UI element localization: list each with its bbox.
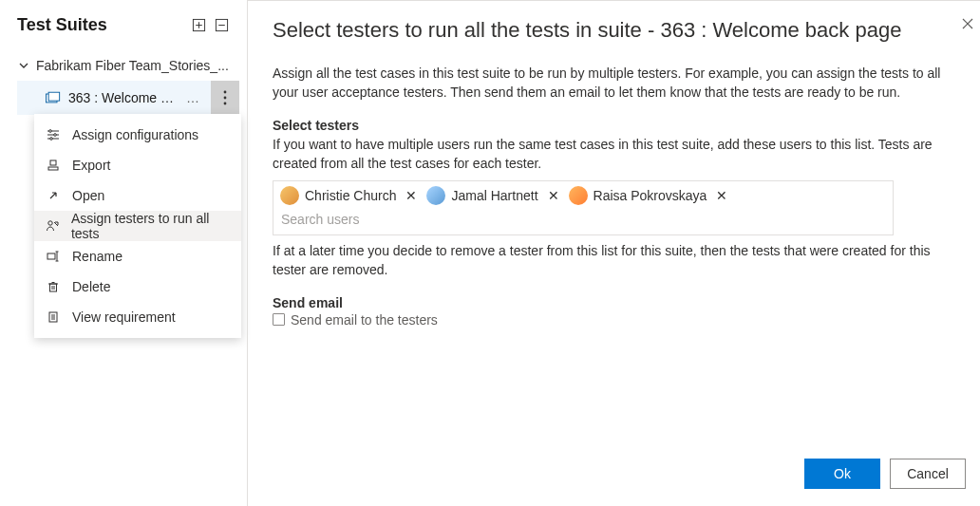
- chevron-down-icon: [17, 60, 30, 71]
- document-icon: [46, 310, 61, 324]
- minus-box-icon: [215, 18, 229, 32]
- avatar: [426, 186, 445, 205]
- avatar: [569, 186, 588, 205]
- cm-open[interactable]: Open: [34, 180, 241, 211]
- open-icon: [46, 189, 61, 202]
- tester-name: Jamal Hartnett: [451, 188, 537, 203]
- cm-label: Rename: [72, 249, 122, 264]
- removal-hint: If at a later time you decide to remove …: [273, 241, 966, 280]
- cm-delete[interactable]: Delete: [34, 272, 241, 302]
- cm-export[interactable]: Export: [34, 150, 241, 180]
- suites-header: Test Suites: [17, 15, 239, 35]
- dialog-intro: Assign all the test cases in this test s…: [273, 64, 966, 103]
- cancel-button[interactable]: Cancel: [890, 459, 966, 489]
- suite-context-menu: Assign configurations Export Open Assign…: [34, 114, 241, 338]
- dialog-footer: Ok Cancel: [273, 459, 966, 489]
- tester-name: Raisa Pokrovskaya: [594, 188, 707, 203]
- more-options-button[interactable]: [211, 81, 239, 115]
- tester-selector[interactable]: Christie Church ✕ Jamal Hartnett ✕ Raisa…: [273, 180, 894, 235]
- remove-tester-button[interactable]: ✕: [712, 188, 731, 203]
- svg-point-8: [224, 97, 227, 100]
- cm-label: Assign testers to run all tests: [71, 211, 230, 241]
- cm-rename[interactable]: Rename: [34, 241, 241, 272]
- test-suites-pane: Test Suites Fabrikam Fiber Team_Stories_…: [0, 0, 247, 506]
- close-icon: [961, 17, 974, 30]
- suites-title: Test Suites: [17, 15, 184, 35]
- select-testers-heading: Select testers: [273, 118, 966, 133]
- remove-tester-button[interactable]: ✕: [402, 188, 421, 203]
- cm-label: Export: [72, 158, 110, 173]
- svg-point-7: [224, 91, 227, 94]
- cm-label: Delete: [72, 279, 110, 294]
- svg-rect-17: [50, 160, 56, 165]
- cm-assign-configurations[interactable]: Assign configurations: [34, 120, 241, 150]
- cm-label: Assign configurations: [72, 127, 198, 142]
- add-suite-button[interactable]: [190, 17, 207, 34]
- sliders-icon: [46, 128, 61, 141]
- assign-testers-dialog: Select testers to run all the tests in s…: [247, 0, 980, 506]
- trash-icon: [46, 280, 61, 293]
- tester-name: Christie Church: [305, 188, 396, 203]
- checkbox-icon: [273, 313, 285, 326]
- svg-rect-16: [48, 167, 58, 170]
- svg-rect-6: [48, 92, 60, 101]
- svg-point-9: [224, 103, 227, 105]
- dialog-title: Select testers to run all the tests in s…: [273, 18, 966, 43]
- tree-child-label: 363 : Welcome back...: [68, 90, 175, 105]
- cm-label: Open: [72, 188, 104, 203]
- tester-chip: Raisa Pokrovskaya ✕: [568, 185, 733, 206]
- search-users-input[interactable]: [279, 206, 887, 229]
- ok-button[interactable]: Ok: [804, 459, 880, 489]
- select-testers-hint: If you want to have multiple users run t…: [273, 135, 966, 174]
- tree-child-selected[interactable]: 363 : Welcome back... …: [17, 81, 239, 115]
- assign-testers-icon: [46, 219, 60, 233]
- plus-box-icon: [192, 18, 206, 32]
- overflow-indicator: …: [182, 90, 203, 105]
- kebab-icon: [223, 90, 227, 105]
- export-icon: [46, 159, 61, 172]
- remove-tester-button[interactable]: ✕: [544, 188, 563, 203]
- svg-point-15: [50, 138, 53, 141]
- send-email-heading: Send email: [273, 295, 966, 310]
- cm-assign-testers[interactable]: Assign testers to run all tests: [34, 211, 241, 241]
- tester-chip: Jamal Hartnett ✕: [425, 185, 563, 206]
- svg-rect-23: [50, 284, 57, 291]
- svg-point-13: [49, 130, 52, 133]
- close-button[interactable]: [958, 14, 977, 33]
- send-email-checkbox-row[interactable]: Send email to the testers: [273, 312, 966, 328]
- tree-root-label: Fabrikam Fiber Team_Stories_...: [36, 58, 229, 73]
- svg-point-14: [54, 134, 57, 137]
- svg-point-18: [48, 221, 52, 225]
- avatar: [280, 186, 299, 205]
- tester-chips: Christie Church ✕ Jamal Hartnett ✕ Raisa…: [279, 185, 887, 206]
- rename-icon: [46, 250, 61, 263]
- suite-icon: [46, 91, 61, 104]
- svg-rect-19: [47, 253, 55, 259]
- cm-view-requirement[interactable]: View requirement: [34, 302, 241, 332]
- tree-root-row[interactable]: Fabrikam Fiber Team_Stories_...: [17, 50, 239, 81]
- cm-label: View requirement: [72, 309, 176, 325]
- send-email-label: Send email to the testers: [291, 312, 438, 328]
- tester-chip: Christie Church ✕: [279, 185, 422, 206]
- collapse-button[interactable]: [213, 17, 230, 34]
